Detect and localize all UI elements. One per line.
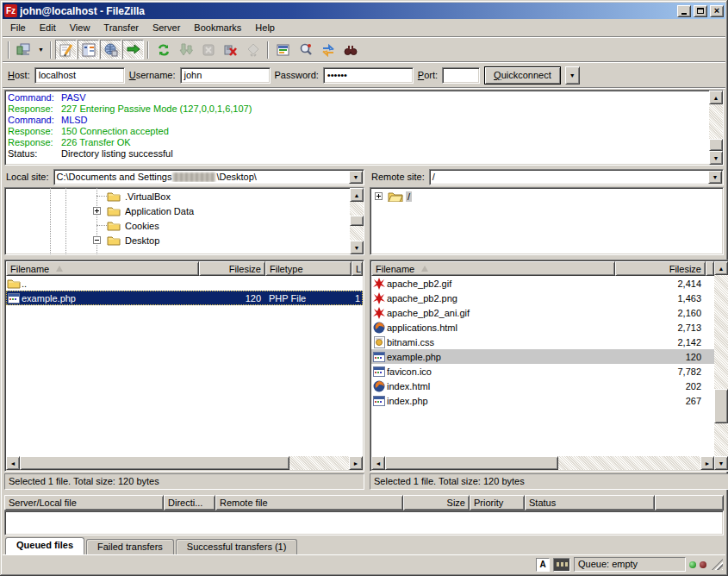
site-manager-dropdown[interactable]: ▼ — [35, 41, 47, 59]
toggle-remote-tree-button[interactable] — [100, 40, 121, 59]
scroll-right-icon[interactable]: ► — [700, 456, 714, 470]
tree-item-application-data[interactable]: Application Data — [5, 203, 350, 218]
process-queue-button[interactable] — [175, 40, 196, 59]
file-list-area: Filename Filesize Filetype L .. example.… — [3, 260, 725, 490]
column-header-filename[interactable]: Filename — [6, 261, 199, 276]
file-row[interactable]: bitnami.css 2,142 — [371, 335, 714, 349]
scroll-right-icon[interactable]: ► — [349, 456, 363, 470]
menu-edit[interactable]: Edit — [33, 20, 63, 35]
scrollbar-thumb[interactable] — [385, 456, 558, 470]
file-row[interactable]: applications.html 2,713 — [371, 320, 714, 335]
file-row[interactable]: apache_pb2.gif 2,414 — [371, 276, 714, 291]
local-tree-scrollbar[interactable]: ▲ ▼ — [350, 188, 364, 254]
local-horizontal-scrollbar[interactable]: ◄ ► — [6, 456, 363, 470]
menu-help[interactable]: Help — [248, 20, 282, 35]
file-row-example-php[interactable]: example.php 120 PHP File 1 — [6, 291, 363, 305]
scroll-left-icon[interactable]: ◄ — [371, 456, 385, 470]
password-input[interactable]: •••••• — [323, 67, 414, 84]
tree-item-virtualbox[interactable]: .VirtualBox — [5, 189, 350, 203]
toggle-queue-button[interactable] — [122, 40, 144, 59]
menu-server[interactable]: Server — [146, 20, 187, 35]
column-header-last-modified[interactable]: L — [352, 261, 363, 276]
site-manager-button[interactable] — [13, 40, 34, 59]
local-site-combo[interactable]: C:\Documents and Settings\Desktop\ ▼ — [53, 169, 364, 185]
quickconnect-dropdown[interactable]: ▼ — [565, 66, 580, 85]
file-row[interactable]: favicon.ico 7,782 — [371, 364, 714, 379]
scrollbar-thumb[interactable] — [350, 216, 364, 226]
remote-vertical-scrollbar[interactable]: ▲ ▼ — [714, 261, 728, 470]
column-header-direction[interactable]: Directi... — [164, 495, 215, 510]
column-header-remote-file[interactable]: Remote file — [215, 495, 403, 510]
resize-grip[interactable] — [712, 559, 723, 570]
menu-view[interactable]: View — [63, 20, 97, 35]
scrollbar-thumb[interactable] — [709, 139, 723, 151]
scrollbar-thumb[interactable] — [714, 389, 728, 423]
column-header-filesize[interactable]: Filesize — [615, 261, 706, 276]
ico-file-icon — [373, 366, 385, 377]
expand-icon[interactable] — [93, 207, 101, 215]
refresh-button[interactable] — [152, 40, 174, 59]
synchronized-browsing-button[interactable] — [317, 40, 339, 59]
log-line: Command:PASV — [8, 92, 708, 103]
cancel-operation-button[interactable] — [197, 40, 219, 59]
column-header-filesize[interactable]: Filesize — [199, 261, 265, 276]
column-header-size[interactable]: Size — [403, 495, 470, 510]
toggle-message-log-button[interactable] — [55, 40, 77, 59]
file-row[interactable]: index.html 202 — [371, 379, 714, 393]
separator-line — [3, 87, 725, 89]
menu-transfer[interactable]: Transfer — [96, 20, 146, 35]
find-files-button[interactable] — [339, 40, 361, 59]
menu-bookmarks[interactable]: Bookmarks — [187, 20, 248, 35]
scroll-up-icon[interactable]: ▲ — [350, 188, 364, 202]
quickconnect-bar: Host: localhost Username: john Password:… — [3, 63, 725, 87]
column-header-server-local-file[interactable]: Server/Local file — [4, 495, 164, 510]
tab-queued-files[interactable]: Queued files — [5, 537, 84, 554]
menu-file[interactable]: File — [3, 20, 33, 35]
scroll-down-icon[interactable]: ▼ — [714, 456, 728, 470]
close-button[interactable]: × — [710, 5, 724, 17]
toggle-local-tree-button[interactable] — [78, 40, 99, 59]
tree-item-desktop[interactable]: Desktop — [5, 233, 350, 247]
column-header-filetype[interactable]: Filetype — [265, 261, 352, 276]
disconnect-button[interactable] — [220, 40, 241, 59]
tab-failed-transfers[interactable]: Failed transfers — [86, 539, 174, 554]
host-input[interactable]: localhost — [34, 67, 125, 84]
scroll-down-icon[interactable]: ▼ — [709, 151, 723, 165]
folder-icon — [107, 205, 121, 216]
file-row[interactable]: apache_pb2.png 1,463 — [371, 291, 714, 305]
tree-item-root[interactable]: / — [370, 189, 723, 203]
maximize-button[interactable] — [694, 5, 707, 17]
scroll-down-icon[interactable]: ▼ — [350, 241, 364, 254]
file-row-parent-dir[interactable]: .. — [6, 276, 363, 291]
directory-compare-button[interactable] — [295, 40, 316, 59]
minimize-button[interactable] — [677, 5, 691, 17]
column-header-filename[interactable]: Filename — [371, 261, 615, 276]
directory-filter-button[interactable] — [272, 40, 294, 59]
quickconnect-button[interactable]: Quickconnect — [484, 66, 561, 85]
chevron-down-icon[interactable]: ▼ — [708, 171, 722, 184]
scroll-up-icon[interactable]: ▲ — [709, 91, 723, 104]
column-header-status[interactable]: Status — [525, 495, 655, 510]
tab-successful-transfers[interactable]: Successful transfers (1) — [176, 539, 298, 554]
chevron-down-icon[interactable]: ▼ — [349, 171, 363, 184]
log-scrollbar[interactable]: ▲ ▼ — [709, 91, 723, 165]
certificate-button[interactable] — [242, 40, 264, 59]
column-header-priority[interactable]: Priority — [470, 495, 525, 510]
file-row-example-php[interactable]: example.php 120 — [371, 349, 714, 364]
folder-icon — [107, 220, 121, 231]
username-input[interactable]: john — [180, 67, 271, 84]
file-row[interactable]: apache_pb2_ani.gif 2,160 — [371, 305, 714, 320]
file-row[interactable]: index.php 267 — [371, 393, 714, 408]
scroll-up-icon[interactable]: ▲ — [714, 261, 728, 275]
scroll-left-icon[interactable]: ◄ — [6, 456, 20, 470]
collapse-icon[interactable] — [93, 236, 101, 244]
minimize-icon — [681, 13, 687, 15]
tree-item-cookies[interactable]: Cookies — [5, 218, 350, 233]
remote-horizontal-scrollbar[interactable]: ◄ ► — [371, 456, 714, 470]
css-file-icon — [374, 336, 385, 348]
port-input[interactable] — [442, 67, 480, 84]
remote-site-combo[interactable]: / ▼ — [429, 169, 724, 185]
expand-icon[interactable] — [375, 192, 383, 200]
title-bar: Fz john@localhost - FileZilla × — [3, 3, 725, 19]
scrollbar-thumb[interactable] — [20, 456, 289, 470]
